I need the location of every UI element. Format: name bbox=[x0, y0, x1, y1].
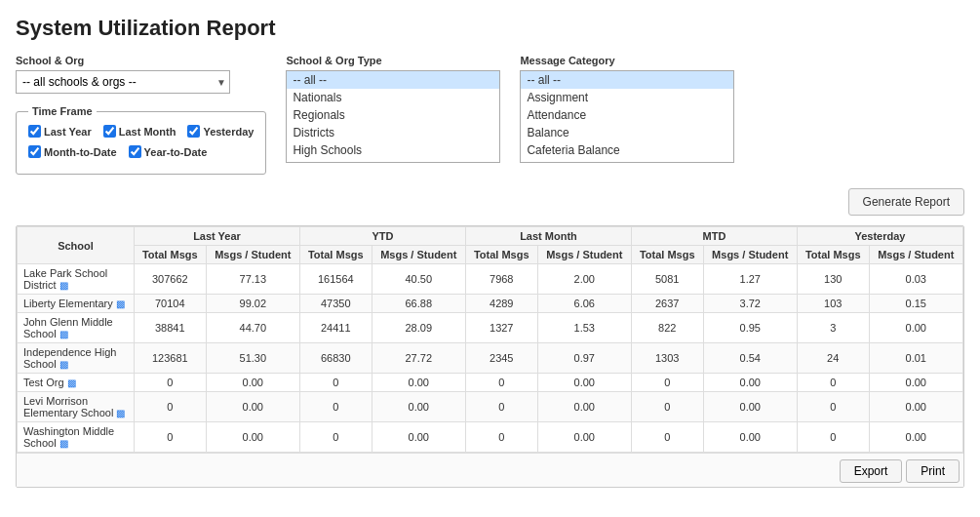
y_mps-cell: 0.00 bbox=[869, 392, 962, 422]
table-footer: Export Print bbox=[17, 453, 963, 487]
y_total-cell: 0 bbox=[797, 392, 869, 422]
print-button[interactable]: Print bbox=[906, 459, 960, 483]
ly_mps-cell: 99.02 bbox=[206, 295, 299, 313]
listbox-item-all[interactable]: -- all -- bbox=[287, 71, 499, 89]
report-table: School Last Year YTD Last Month MTD Yest… bbox=[17, 226, 963, 453]
ytd_total-cell: 0 bbox=[299, 392, 372, 422]
msgcat-cafeteria[interactable]: Cafeteria Balance bbox=[521, 141, 733, 159]
ytd_total-cell: 0 bbox=[299, 422, 372, 453]
lm_total-cell: 0 bbox=[465, 422, 537, 453]
ly_mps-cell: 0.00 bbox=[206, 392, 299, 422]
cb-yesterday[interactable]: Yesterday bbox=[187, 125, 254, 138]
ly-msgs-student-header: Msgs / Student bbox=[206, 246, 299, 264]
cb-month-to-date[interactable]: Month-to-Date bbox=[28, 145, 117, 158]
ytd_mps-cell: 66.88 bbox=[372, 295, 465, 313]
lm-msgs-student-header: Msgs / Student bbox=[537, 246, 631, 264]
table-row: Levi Morrison Elementary School ▩00.0000… bbox=[18, 392, 963, 422]
ly_mps-cell: 51.30 bbox=[206, 343, 299, 374]
lm-total-msgs-header: Total Msgs bbox=[465, 246, 537, 264]
ly_total-cell: 0 bbox=[135, 374, 207, 392]
mtd_total-cell: 822 bbox=[631, 313, 703, 343]
listbox-item-regionals[interactable]: Regionals bbox=[287, 106, 499, 124]
table-row: Test Org ▩00.0000.0000.0000.0000.00 bbox=[18, 374, 963, 392]
report-table-container: School Last Year YTD Last Month MTD Yest… bbox=[16, 225, 964, 488]
ytd-total-msgs-header: Total Msgs bbox=[299, 246, 372, 264]
lm_mps-cell: 0.00 bbox=[537, 392, 631, 422]
ly_total-cell: 0 bbox=[135, 422, 207, 453]
school-name-cell: Levi Morrison Elementary School ▩ bbox=[18, 392, 135, 422]
lm_total-cell: 0 bbox=[465, 374, 537, 392]
chart-icon[interactable]: ▩ bbox=[67, 378, 76, 388]
message-category-listbox[interactable]: -- all -- Assignment Attendance Balance … bbox=[520, 70, 734, 163]
ly_total-cell: 0 bbox=[135, 392, 207, 422]
school-org-type-listbox[interactable]: -- all -- Nationals Regionals Districts … bbox=[286, 70, 500, 163]
school-org-type-label: School & Org Type bbox=[286, 55, 500, 66]
table-row: Lake Park School District ▩30766277.1316… bbox=[18, 264, 963, 295]
msgcat-all[interactable]: -- all -- bbox=[521, 71, 733, 89]
lm_mps-cell: 0.00 bbox=[537, 374, 631, 392]
y_total-cell: 130 bbox=[797, 264, 869, 295]
mtd-total-msgs-header: Total Msgs bbox=[631, 246, 703, 264]
ly_mps-cell: 0.00 bbox=[206, 374, 299, 392]
table-row: Independence High School ▩12368151.30668… bbox=[18, 343, 963, 374]
page-title: System Utilization Report bbox=[16, 16, 964, 41]
msgcat-attendance[interactable]: Attendance bbox=[521, 106, 733, 124]
ytd_total-cell: 66830 bbox=[299, 343, 372, 374]
chart-icon[interactable]: ▩ bbox=[116, 298, 125, 309]
generate-report-button[interactable]: Generate Report bbox=[848, 188, 964, 216]
lm_mps-cell: 6.06 bbox=[537, 295, 631, 313]
listbox-item-highschools[interactable]: High Schools bbox=[287, 141, 499, 159]
mtd_total-cell: 0 bbox=[631, 374, 703, 392]
listbox-item-districts[interactable]: Districts bbox=[287, 124, 499, 141]
ly_mps-cell: 44.70 bbox=[206, 313, 299, 343]
msgcat-balance[interactable]: Balance bbox=[521, 124, 733, 141]
ly_total-cell: 307662 bbox=[135, 264, 207, 295]
chart-icon[interactable]: ▩ bbox=[59, 329, 68, 339]
ytd_mps-cell: 40.50 bbox=[372, 264, 465, 295]
ytd-header: YTD bbox=[299, 227, 465, 246]
lm_mps-cell: 0.00 bbox=[537, 422, 631, 453]
cb-year-to-date[interactable]: Year-to-Date bbox=[129, 145, 208, 158]
mtd_mps-cell: 1.27 bbox=[703, 264, 797, 295]
mtd_total-cell: 5081 bbox=[631, 264, 703, 295]
cb-last-month[interactable]: Last Month bbox=[103, 125, 176, 138]
mtd_mps-cell: 0.00 bbox=[703, 422, 797, 453]
y_mps-cell: 0.03 bbox=[869, 264, 962, 295]
listbox-item-nationals[interactable]: Nationals bbox=[287, 89, 499, 106]
mtd_mps-cell: 0.95 bbox=[703, 313, 797, 343]
mtd-msgs-student-header: Msgs / Student bbox=[703, 246, 797, 264]
ytd_mps-cell: 27.72 bbox=[372, 343, 465, 374]
chart-icon[interactable]: ▩ bbox=[59, 359, 68, 370]
ytd_mps-cell: 0.00 bbox=[372, 392, 465, 422]
ly_total-cell: 123681 bbox=[135, 343, 207, 374]
chart-icon[interactable]: ▩ bbox=[59, 280, 68, 291]
last-month-header: Last Month bbox=[465, 227, 631, 246]
message-category-label: Message Category bbox=[520, 55, 734, 66]
school-org-select[interactable]: -- all schools & orgs -- bbox=[16, 70, 230, 94]
mtd_total-cell: 0 bbox=[631, 422, 703, 453]
yesterday-header: Yesterday bbox=[797, 227, 962, 246]
ytd_mps-cell: 0.00 bbox=[372, 374, 465, 392]
ly-total-msgs-header: Total Msgs bbox=[135, 246, 207, 264]
y-msgs-student-header: Msgs / Student bbox=[869, 246, 962, 264]
lm_total-cell: 0 bbox=[465, 392, 537, 422]
ly_total-cell: 38841 bbox=[135, 313, 207, 343]
ly_total-cell: 70104 bbox=[135, 295, 207, 313]
chart-icon[interactable]: ▩ bbox=[59, 438, 68, 449]
y_total-cell: 0 bbox=[797, 422, 869, 453]
chart-icon[interactable]: ▩ bbox=[116, 408, 125, 418]
y-total-msgs-header: Total Msgs bbox=[797, 246, 869, 264]
school-name-cell: Test Org ▩ bbox=[18, 374, 135, 392]
y_mps-cell: 0.15 bbox=[869, 295, 962, 313]
ytd_total-cell: 24411 bbox=[299, 313, 372, 343]
export-button[interactable]: Export bbox=[840, 459, 903, 483]
last-year-header: Last Year bbox=[135, 227, 300, 246]
msgcat-assignment[interactable]: Assignment bbox=[521, 89, 733, 106]
school-name-cell: Liberty Elementary ▩ bbox=[18, 295, 135, 313]
school-col-header: School bbox=[18, 227, 135, 264]
y_total-cell: 24 bbox=[797, 343, 869, 374]
lm_total-cell: 4289 bbox=[465, 295, 537, 313]
school-org-label: School & Org bbox=[16, 55, 266, 66]
table-row: John Glenn Middle School ▩3884144.702441… bbox=[18, 313, 963, 343]
cb-last-year[interactable]: Last Year bbox=[28, 125, 92, 138]
